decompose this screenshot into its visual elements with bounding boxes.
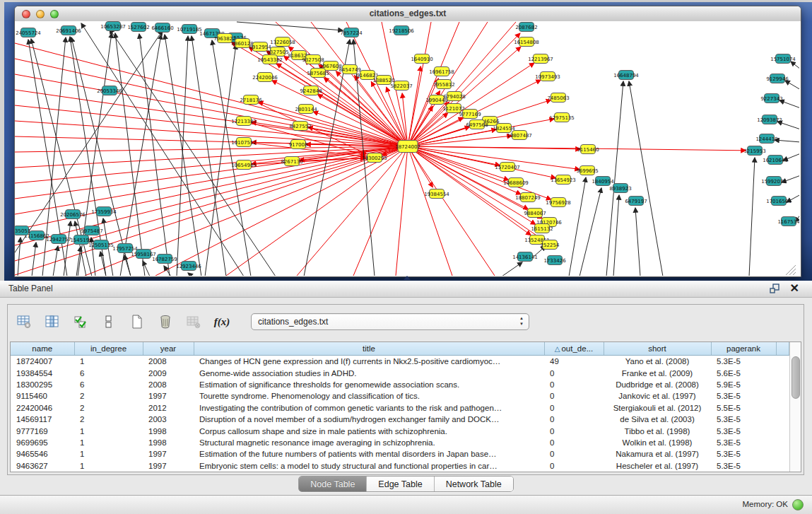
delete-table-icon[interactable]: [156, 313, 175, 331]
select-columns-icon[interactable]: [43, 313, 61, 331]
graph-edge[interactable]: [81, 23, 244, 276]
new-file-icon[interactable]: [128, 313, 146, 331]
cell-title[interactable]: Estimation of the future numbers of pati…: [194, 448, 544, 460]
table-row[interactable]: 946554611997Estimation of the future num…: [11, 448, 789, 460]
graph-edge[interactable]: [396, 146, 408, 276]
cell-in_degree[interactable]: 1: [74, 437, 143, 448]
cell-pagerank[interactable]: 5.6E-5: [711, 367, 776, 378]
cell-out_de[interactable]: 0: [544, 425, 604, 436]
graph-edge[interactable]: [791, 62, 799, 69]
graph-edge[interactable]: [613, 195, 619, 276]
column-header-out_de[interactable]: △out_de...: [544, 342, 604, 356]
cell-year[interactable]: 1998: [143, 437, 194, 448]
graph-edge[interactable]: [408, 146, 495, 276]
cell-in_degree[interactable]: 1: [74, 425, 143, 436]
table-row[interactable]: 1830029562008Estimation of significance …: [11, 379, 789, 390]
table-scrollbar[interactable]: [789, 342, 801, 472]
cell-out_de[interactable]: 49: [544, 356, 604, 368]
cell-name[interactable]: 18724007: [11, 356, 74, 368]
cell-short[interactable]: Yano et al. (2008): [604, 356, 711, 368]
cell-title[interactable]: Tourette syndrome. Phenomenology and cla…: [194, 390, 544, 402]
graph-edge[interactable]: [212, 40, 251, 276]
cell-pagerank[interactable]: 5.3E-5: [711, 460, 776, 472]
graph-edge[interactable]: [188, 273, 192, 276]
table-row[interactable]: 1456911722003Disruption of a novel membe…: [11, 414, 789, 425]
memory-status-indicator[interactable]: [792, 499, 804, 510]
cell-year[interactable]: 2012: [143, 402, 194, 414]
cell-name[interactable]: 9699695: [11, 437, 74, 448]
canvas-resize-grip[interactable]: [786, 265, 796, 275]
table-row[interactable]: 1938455462009Genome-wide association stu…: [11, 367, 789, 378]
graph-edge[interactable]: [64, 221, 71, 276]
table-row[interactable]: 977716911998Corpus callosum shape and si…: [11, 425, 789, 436]
cell-pagerank[interactable]: 5.3E-5: [711, 390, 776, 402]
citation-graph[interactable]: 2405572420691406106532871527602646616010…: [15, 21, 799, 276]
cell-title[interactable]: Disruption of a novel member of a sodium…: [194, 414, 544, 425]
graph-edge[interactable]: [777, 122, 799, 129]
cell-short[interactable]: Tibbo et al. (1998): [604, 425, 711, 436]
cell-out_de[interactable]: 0: [544, 390, 604, 402]
column-header-pagerank[interactable]: pagerank: [711, 342, 776, 356]
cell-short[interactable]: de Silva et al. (2003): [604, 414, 711, 425]
cell-year[interactable]: 2008: [143, 379, 194, 390]
cell-short[interactable]: Jankovic et al. (1997): [604, 390, 711, 402]
network-canvas[interactable]: 2405572420691406106532871527602646616010…: [15, 21, 801, 276]
network-window-titlebar[interactable]: citations_edges.txt: [15, 6, 801, 22]
cell-in_degree[interactable]: 6: [74, 379, 143, 390]
float-window-icon[interactable]: [769, 283, 780, 294]
cell-name[interactable]: 9115460: [11, 390, 74, 402]
cell-name[interactable]: 18300295: [11, 379, 74, 390]
cell-title[interactable]: Structural magnetic resonance image aver…: [194, 437, 544, 448]
panel-divider-grip[interactable]: [404, 276, 411, 280]
table-row[interactable]: 1872400712008Changes of HCN gene express…: [11, 356, 789, 368]
column-header-name[interactable]: name: [11, 342, 74, 356]
table-row[interactable]: 2242004622012Investigating the contribut…: [11, 402, 789, 414]
cell-year[interactable]: 1997: [143, 460, 194, 472]
graph-edge[interactable]: [259, 102, 408, 146]
cell-name[interactable]: 9777169: [11, 425, 74, 436]
cell-pagerank[interactable]: 5.3E-5: [711, 425, 776, 436]
cell-in_degree[interactable]: 1: [74, 448, 143, 460]
cell-out_de[interactable]: 0: [544, 402, 604, 414]
cell-short[interactable]: Nakamura et al. (1997): [604, 448, 711, 460]
graph-edge[interactable]: [115, 33, 145, 276]
cell-out_de[interactable]: 0: [544, 367, 604, 378]
cell-title[interactable]: Corpus callosum shape and size in male p…: [194, 425, 544, 436]
cell-title[interactable]: Investigating the contribution of common…: [194, 402, 544, 414]
table-select-dropdown[interactable]: citations_edges.txt ▲▼: [251, 313, 529, 330]
graph-edge[interactable]: [155, 146, 408, 276]
cell-short[interactable]: Dudbridge et al. (2008): [604, 379, 711, 390]
graph-edge[interactable]: [177, 36, 188, 276]
tab-edge-table[interactable]: Edge Table: [367, 477, 434, 491]
rows-icon[interactable]: [100, 313, 118, 331]
cell-out_de[interactable]: 0: [544, 448, 604, 460]
tab-node-table[interactable]: Node Table: [299, 477, 367, 491]
graph-edge[interactable]: [110, 29, 276, 276]
graph-edge[interactable]: [785, 81, 799, 90]
graph-edge[interactable]: [237, 22, 343, 30]
cell-year[interactable]: 1997: [143, 390, 194, 402]
cell-pagerank[interactable]: 5.9E-5: [711, 379, 776, 390]
column-header-year[interactable]: year: [143, 342, 194, 356]
graph-edge[interactable]: [32, 243, 36, 276]
table-row[interactable]: 969969511998Structural magnetic resonanc…: [11, 437, 789, 448]
cell-year[interactable]: 2009: [143, 367, 194, 378]
column-header-short[interactable]: short: [604, 342, 711, 356]
cell-name[interactable]: 9463627: [11, 460, 74, 472]
function-builder-icon[interactable]: f(x): [213, 313, 231, 331]
graph-edge[interactable]: [139, 34, 170, 276]
column-header-title[interactable]: title: [194, 342, 544, 356]
graph-edge[interactable]: [18, 238, 20, 276]
graph-edge[interactable]: [165, 35, 201, 276]
cell-short[interactable]: Stergiakouli et al. (2012): [604, 402, 711, 414]
cell-out_de[interactable]: 0: [544, 437, 604, 448]
graph-edge[interactable]: [502, 262, 522, 276]
graph-edge[interactable]: [408, 146, 579, 170]
cell-name[interactable]: 22420046: [11, 402, 74, 414]
graph-edge[interactable]: [629, 81, 663, 276]
cell-title[interactable]: Estimation of significance thresholds fo…: [194, 379, 544, 390]
table-scrollbar-thumb[interactable]: [792, 356, 800, 399]
close-panel-icon[interactable]: ✕: [790, 283, 799, 294]
graph-edge[interactable]: [779, 100, 799, 108]
cell-in_degree[interactable]: 1: [74, 460, 143, 472]
